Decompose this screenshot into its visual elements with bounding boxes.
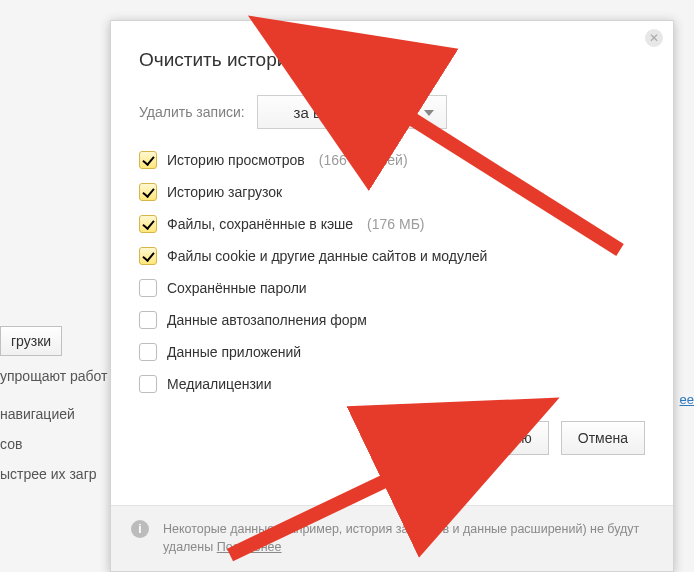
checkbox[interactable] <box>139 343 157 361</box>
bg-text: навигацией <box>0 406 75 422</box>
checkbox-sublabel: (166 записей) <box>319 152 408 168</box>
bg-text: сов <box>0 436 22 452</box>
checkbox[interactable] <box>139 151 157 169</box>
bg-link[interactable]: ее <box>680 392 694 407</box>
bg-text: упрощают работ <box>0 368 107 384</box>
close-icon[interactable]: ✕ <box>645 29 663 47</box>
checkbox[interactable] <box>139 311 157 329</box>
checkbox-row[interactable]: Сохранённые пароли <box>139 279 645 297</box>
checkbox-row[interactable]: Медиалицензии <box>139 375 645 393</box>
range-label: Удалить записи: <box>139 104 245 120</box>
checkbox[interactable] <box>139 375 157 393</box>
checkbox-label: Сохранённые пароли <box>167 280 307 296</box>
clear-history-button[interactable]: Очистить историю <box>395 421 549 455</box>
checkbox-row[interactable]: Данные приложений <box>139 343 645 361</box>
checkbox[interactable] <box>139 183 157 201</box>
checkbox-row[interactable]: Историю загрузок <box>139 183 645 201</box>
checkbox[interactable] <box>139 247 157 265</box>
checkbox[interactable] <box>139 279 157 297</box>
info-bar: i Некоторые данные (например, история за… <box>111 505 673 572</box>
time-range-value: за всё время <box>294 104 384 121</box>
checkbox-label: Данные приложений <box>167 344 301 360</box>
checkbox-row[interactable]: Файлы, сохранённые в кэше(176 МБ) <box>139 215 645 233</box>
more-link[interactable]: Подробнее <box>217 540 282 554</box>
background-button[interactable]: грузки <box>0 326 62 356</box>
time-range-select[interactable]: за всё время <box>257 95 447 129</box>
checkbox[interactable] <box>139 215 157 233</box>
checkbox-row[interactable]: Данные автозаполнения форм <box>139 311 645 329</box>
checkbox-label: Историю загрузок <box>167 184 282 200</box>
checkbox-label: Файлы, сохранённые в кэше <box>167 216 353 232</box>
checkbox-label: Историю просмотров <box>167 152 305 168</box>
checkbox-sublabel: (176 МБ) <box>367 216 424 232</box>
checkbox-label: Данные автозаполнения форм <box>167 312 367 328</box>
checkbox-row[interactable]: Историю просмотров(166 записей) <box>139 151 645 169</box>
clear-history-dialog: ✕ Очистить историю Удалить записи: за вс… <box>110 20 674 572</box>
dialog-title: Очистить историю <box>139 49 645 71</box>
checkbox-label: Медиалицензии <box>167 376 272 392</box>
cancel-button[interactable]: Отмена <box>561 421 645 455</box>
checkbox-label: Файлы cookie и другие данные сайтов и мо… <box>167 248 487 264</box>
checkbox-row[interactable]: Файлы cookie и другие данные сайтов и мо… <box>139 247 645 265</box>
bg-text: ыстрее их загр <box>0 466 97 482</box>
info-icon: i <box>131 520 149 538</box>
